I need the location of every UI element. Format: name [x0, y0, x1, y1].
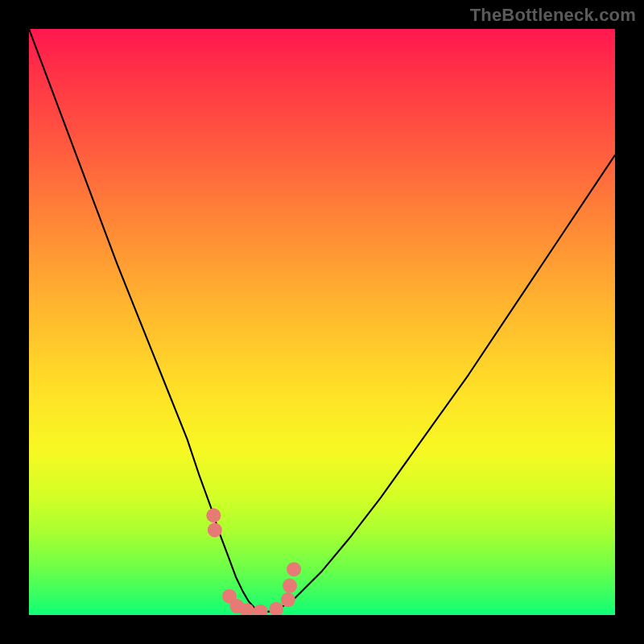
marker-dot [208, 522, 222, 537]
chart-overlay-svg [29, 29, 615, 615]
marker-dot [269, 602, 283, 615]
chart-frame: TheBottleneck.com [0, 0, 644, 644]
marker-dot [254, 605, 268, 615]
marker-group [206, 508, 301, 615]
watermark-text: TheBottleneck.com [470, 5, 636, 26]
marker-dot [287, 562, 301, 576]
marker-dot [281, 592, 295, 607]
marker-dot [283, 579, 297, 593]
plot-area [29, 29, 615, 615]
bottleneck-curve-path [29, 29, 615, 612]
marker-dot [206, 508, 221, 522]
